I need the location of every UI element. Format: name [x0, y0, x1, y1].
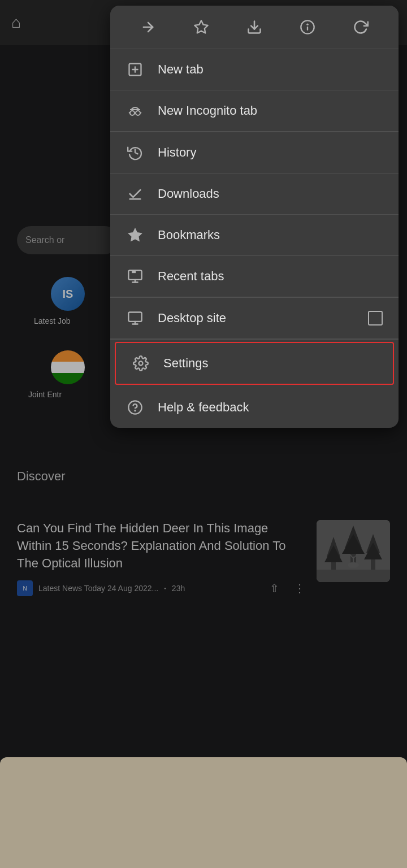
svg-marker-30: [128, 228, 141, 241]
menu-item-desktop-site[interactable]: Desktop site: [110, 298, 399, 339]
svg-point-38: [139, 362, 143, 366]
new-tab-icon: [126, 62, 144, 77]
svg-rect-32: [132, 271, 136, 274]
download-button[interactable]: [242, 15, 267, 40]
svg-point-25: [136, 111, 140, 115]
menu-item-recent-tabs[interactable]: Recent tabs: [110, 256, 399, 297]
forward-button[interactable]: [136, 15, 161, 40]
menu-item-new-tab[interactable]: New tab: [110, 49, 399, 90]
desktop-site-checkbox[interactable]: [368, 311, 383, 326]
svg-rect-35: [128, 313, 141, 322]
menu-item-settings[interactable]: Settings: [115, 342, 394, 385]
svg-marker-15: [194, 20, 207, 33]
settings-icon: [132, 355, 150, 371]
downloads-label: Downloads: [158, 186, 383, 201]
menu-item-bookmarks[interactable]: Bookmarks: [110, 215, 399, 256]
desktop-site-label: Desktop site: [158, 311, 354, 326]
desktop-site-icon: [126, 310, 144, 326]
help-label: Help & feedback: [158, 400, 383, 415]
incognito-icon: [126, 103, 144, 119]
bookmarks-label: Bookmarks: [158, 228, 383, 242]
recent-tabs-icon: [126, 268, 144, 284]
svg-point-24: [130, 111, 135, 115]
menu-item-help[interactable]: Help & feedback: [110, 387, 399, 428]
bookmark-star-button[interactable]: [189, 15, 214, 40]
bookmarks-icon: [126, 227, 144, 243]
info-button[interactable]: [295, 15, 320, 40]
history-label: History: [158, 145, 383, 160]
new-tab-label: New tab: [158, 62, 383, 77]
menu-item-incognito[interactable]: New Incognito tab: [110, 90, 399, 132]
incognito-label: New Incognito tab: [158, 103, 383, 118]
recent-tabs-label: Recent tabs: [158, 269, 383, 284]
history-icon: [126, 145, 144, 160]
menu-item-downloads[interactable]: Downloads: [110, 173, 399, 215]
settings-label: Settings: [163, 356, 377, 371]
menu-toolbar: [110, 6, 399, 49]
browser-menu: New tab New Incognito tab: [110, 6, 399, 428]
divider-3: [110, 339, 399, 340]
refresh-button[interactable]: [348, 15, 373, 40]
downloads-icon: [126, 186, 144, 202]
svg-line-28: [140, 112, 141, 113]
menu-item-history[interactable]: History: [110, 132, 399, 173]
help-icon: [126, 400, 144, 415]
svg-line-27: [129, 112, 130, 113]
